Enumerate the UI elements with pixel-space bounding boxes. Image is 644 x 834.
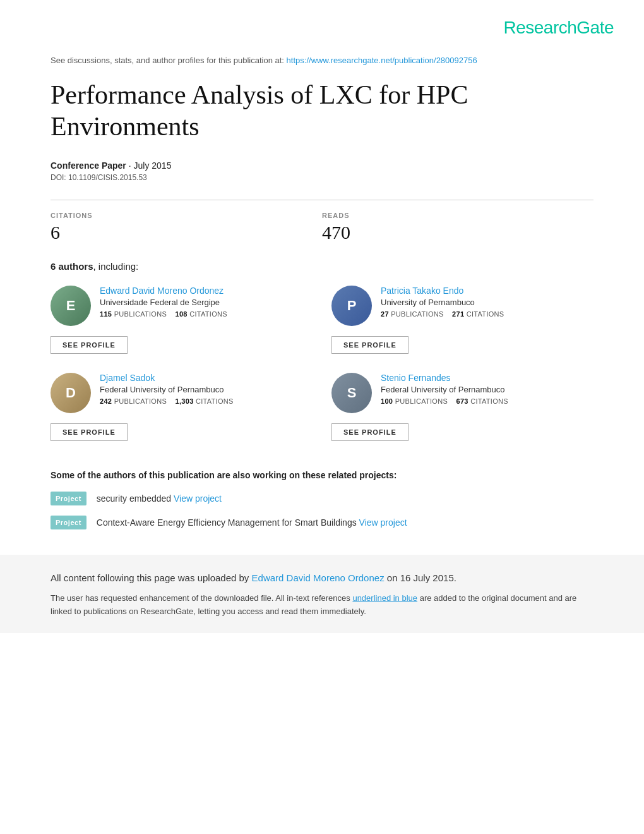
author-avatar-2: P	[331, 286, 372, 326]
author-university-1: Universidade Federal de Sergipe	[100, 298, 313, 307]
see-profile-button-3[interactable]: SEE PROFILE	[51, 423, 128, 441]
footer-underlined-link[interactable]: underlined in blue	[352, 593, 417, 603]
project-text-2: Context-Aware Energy Efficiency Manageme…	[97, 517, 407, 528]
see-discussions-text: See discussions, stats, and author profi…	[51, 56, 284, 65]
see-discussions-bar: See discussions, stats, and author profi…	[51, 56, 593, 65]
reads-value: 470	[322, 222, 593, 243]
author-stats-4: 100 PUBLICATIONS 673 CITATIONS	[381, 397, 593, 405]
see-profile-button-4[interactable]: SEE PROFILE	[331, 423, 408, 441]
author-info-1: Edward David Moreno Ordonez Universidade…	[100, 286, 313, 318]
paper-title: Performance Analysis of LXC for HPC Envi…	[51, 79, 593, 143]
author-card-2: P Patricia Takako Endo University of Per…	[331, 286, 593, 354]
header: ResearchGate	[0, 0, 644, 44]
project-badge-1: Project	[51, 492, 86, 505]
paper-type-separator: · July 2015	[126, 160, 172, 171]
author-top-3: D Djamel Sadok Federal University of Per…	[51, 373, 313, 413]
author-stats-1: 115 PUBLICATIONS 108 CITATIONS	[100, 310, 313, 318]
author-top-2: P Patricia Takako Endo University of Per…	[331, 286, 593, 326]
authors-header: 6 authors, including:	[51, 261, 593, 272]
author-avatar-1: E	[51, 286, 91, 326]
publication-url[interactable]: https://www.researchgate.net/publication…	[287, 56, 477, 65]
see-profile-button-1[interactable]: SEE PROFILE	[51, 336, 128, 354]
project-link-1[interactable]: View project	[174, 493, 222, 504]
citations-label: CITATIONS	[51, 212, 322, 219]
author-university-3: Federal University of Pernambuco	[100, 385, 313, 394]
related-projects-header: Some of the authors of this publication …	[51, 470, 593, 480]
paper-type-label: Conference Paper	[51, 160, 126, 171]
project-row-1: Project security embedded View project	[51, 492, 593, 505]
author-top-1: E Edward David Moreno Ordonez Universida…	[51, 286, 313, 326]
project-row-2: Project Context-Aware Energy Efficiency …	[51, 516, 593, 529]
stats-row: CITATIONS 6 READS 470	[51, 212, 593, 243]
footer-uploader-link[interactable]: Edward David Moreno Ordonez	[252, 572, 385, 583]
author-stats-3: 242 PUBLICATIONS 1,303 CITATIONS	[100, 397, 313, 405]
author-name-1[interactable]: Edward David Moreno Ordonez	[100, 286, 313, 296]
project-text-1: security embedded View project	[97, 493, 222, 504]
stats-divider	[51, 200, 593, 200]
citations-stat: CITATIONS 6	[51, 212, 322, 243]
author-name-4[interactable]: Stenio Fernandes	[381, 373, 593, 383]
author-name-2[interactable]: Patricia Takako Endo	[381, 286, 593, 296]
author-info-4: Stenio Fernandes Federal University of P…	[381, 373, 593, 405]
footer-desc-text: The user has requested enhancement of th…	[51, 593, 352, 603]
authors-count: 6 authors	[51, 261, 93, 272]
authors-grid: E Edward David Moreno Ordonez Universida…	[51, 286, 593, 460]
citations-value: 6	[51, 222, 322, 243]
author-card-3: D Djamel Sadok Federal University of Per…	[51, 373, 313, 441]
project-link-2[interactable]: View project	[359, 517, 407, 528]
paper-type: Conference Paper · July 2015	[51, 160, 593, 171]
footer-main: All content following this page was uplo…	[51, 572, 593, 583]
footer-description: The user has requested enhancement of th…	[51, 592, 593, 619]
author-info-3: Djamel Sadok Federal University of Perna…	[100, 373, 313, 405]
author-avatar-3: D	[51, 373, 91, 413]
author-card-4: S Stenio Fernandes Federal University of…	[331, 373, 593, 441]
author-name-3[interactable]: Djamel Sadok	[100, 373, 313, 383]
related-projects-section: Some of the authors of this publication …	[51, 470, 593, 529]
doi-line: DOI: 10.1109/CISIS.2015.53	[51, 173, 593, 182]
doi-value: 10.1109/CISIS.2015.53	[68, 173, 147, 182]
author-card-1: E Edward David Moreno Ordonez Universida…	[51, 286, 313, 354]
author-stats-2: 27 PUBLICATIONS 271 CITATIONS	[381, 310, 593, 318]
author-university-2: University of Pernambuco	[381, 298, 593, 307]
reads-stat: READS 470	[322, 212, 593, 243]
author-university-4: Federal University of Pernambuco	[381, 385, 593, 394]
author-avatar-4: S	[331, 373, 372, 413]
footer-upload-suffix: on 16 July 2015.	[385, 572, 456, 583]
footer: All content following this page was uplo…	[0, 555, 644, 634]
authors-suffix: , including:	[93, 261, 139, 272]
project-badge-2: Project	[51, 516, 86, 529]
see-profile-button-2[interactable]: SEE PROFILE	[331, 336, 408, 354]
author-info-2: Patricia Takako Endo University of Perna…	[381, 286, 593, 318]
researchgate-logo: ResearchGate	[503, 18, 614, 38]
reads-label: READS	[322, 212, 593, 219]
doi-label: DOI:	[51, 173, 66, 182]
project-label-1: security embedded	[97, 493, 174, 504]
project-label-2: Context-Aware Energy Efficiency Manageme…	[97, 517, 359, 528]
footer-upload-text: All content following this page was uplo…	[51, 572, 252, 583]
author-top-4: S Stenio Fernandes Federal University of…	[331, 373, 593, 413]
main-content: See discussions, stats, and author profi…	[0, 44, 644, 529]
